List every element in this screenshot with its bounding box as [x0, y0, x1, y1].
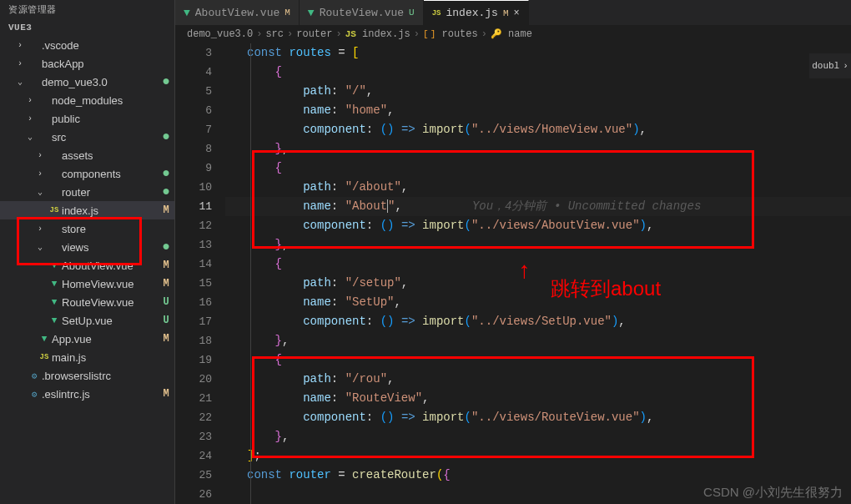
chevron-right-icon: ›: [256, 28, 262, 40]
line-number: 16: [175, 293, 212, 312]
js-icon: JS: [37, 353, 52, 361]
code-line[interactable]: },: [225, 139, 851, 159]
tree-item-demo_vue3-0[interactable]: ⌄demo_vue3.0●: [0, 73, 174, 91]
untracked-badge: U: [158, 296, 174, 308]
tree-item-store[interactable]: ›store: [0, 219, 174, 238]
chevron-right-icon: ›: [414, 28, 420, 40]
untracked-badge: U: [409, 8, 415, 18]
tree-item-node_modules[interactable]: ›node_modules: [0, 91, 174, 109]
code-line[interactable]: {: [225, 63, 851, 82]
tree-label: RouteView.vue: [62, 296, 158, 309]
code-line[interactable]: ];: [225, 446, 851, 466]
code-line[interactable]: component: () => import("../views/RouteV…: [225, 408, 851, 427]
main-area: ▼AboutView.vueM▼RouteView.vueUJSindex.js…: [175, 0, 851, 504]
tree-item-main-js[interactable]: JSmain.js: [0, 348, 174, 366]
tree-item-src[interactable]: ⌄src●: [0, 128, 174, 146]
chevron-right-icon: ›: [335, 28, 341, 40]
tree-label: App.vue: [52, 333, 158, 345]
tab-index-js[interactable]: JSindex.jsM×: [424, 0, 529, 25]
code-line[interactable]: name: "SetUp",: [225, 293, 851, 312]
code-line[interactable]: path: "/about",: [225, 178, 851, 197]
tree-item-HomeView-vue[interactable]: ▼HomeView.vueM: [0, 275, 174, 293]
line-number: 15: [175, 274, 212, 293]
chevron-icon: ›: [33, 224, 47, 234]
tab-RouteView-vue[interactable]: ▼RouteView.vueU: [300, 0, 424, 25]
tab-AboutView-vue[interactable]: ▼AboutView.vueM: [175, 0, 300, 25]
chevron-icon: ›: [23, 114, 37, 123]
code-line[interactable]: {: [225, 255, 851, 274]
tree-item-components[interactable]: ›components●: [0, 164, 174, 183]
line-number: 17: [175, 312, 212, 331]
key-icon: 🔑: [491, 29, 502, 39]
line-number: 24: [175, 446, 212, 466]
breadcrumb-item[interactable]: JS index.js: [345, 28, 410, 40]
tree-label: demo_vue3.0: [42, 76, 158, 88]
tree-item-SetUp-vue[interactable]: ▼SetUp.vueU: [0, 311, 174, 330]
code-content[interactable]: const routes = [ { path: "/", name: "hom…: [225, 43, 851, 504]
code-line[interactable]: const routes = [: [225, 43, 851, 63]
breadcrumb-item[interactable]: [ ] routes: [423, 28, 478, 40]
tree-label: .browserslistrc: [42, 370, 158, 382]
modified-badge: M: [158, 278, 174, 290]
tree-item-router[interactable]: ⌄router●: [0, 183, 174, 201]
code-line[interactable]: component: () => import("../views/HomeVi…: [225, 120, 851, 139]
line-number: 18: [175, 331, 212, 350]
tree-item--browserslistrc[interactable]: ⚙.browserslistrc: [0, 366, 174, 385]
tree-label: public: [52, 113, 158, 125]
code-line[interactable]: },: [225, 235, 851, 255]
modified-dot-icon: ●: [158, 185, 174, 199]
line-number: 3: [175, 43, 212, 63]
modified-dot-icon: ●: [158, 167, 174, 180]
code-line[interactable]: {: [225, 159, 851, 178]
code-line[interactable]: component: () => import("../views/SetUp.…: [225, 312, 851, 331]
line-number: 5: [175, 82, 212, 101]
vue-icon: ▼: [47, 279, 62, 289]
breadcrumb-item[interactable]: demo_vue3.0: [187, 28, 253, 40]
tree-item-assets[interactable]: ›assets: [0, 146, 174, 164]
tree-label: .eslintrc.js: [42, 388, 158, 401]
code-line[interactable]: const router = createRouter({: [225, 466, 851, 485]
breadcrumb-item[interactable]: 🔑 name: [491, 28, 532, 40]
code-line[interactable]: path: "/rou",: [225, 370, 851, 389]
code-line[interactable]: name: "About", You，4分钟前 • Uncommitted ch…: [225, 197, 851, 216]
tree-item-backApp[interactable]: ›backApp: [0, 54, 174, 73]
array-icon: [ ]: [423, 29, 436, 39]
code-line[interactable]: path: "/",: [225, 82, 851, 101]
tree-item--vscode[interactable]: ›.vscode: [0, 36, 174, 54]
code-line[interactable]: path: "/setup",: [225, 274, 851, 293]
line-number: 4: [175, 63, 212, 82]
breadcrumb-item[interactable]: router: [296, 28, 332, 40]
tree-item-public[interactable]: ›public: [0, 109, 174, 128]
tree-label: router: [62, 186, 158, 199]
tree-item-RouteView-vue[interactable]: ▼RouteView.vueU: [0, 293, 174, 311]
tab-label: AboutView.vue: [195, 7, 279, 19]
tree-item--eslintrc-js[interactable]: ⚙.eslintrc.jsM: [0, 385, 174, 403]
editor[interactable]: 3456789101112131415161718192021222324252…: [175, 43, 851, 504]
line-gutter: 3456789101112131415161718192021222324252…: [175, 43, 225, 504]
code-line[interactable]: component: () => import("../views/AboutV…: [225, 216, 851, 235]
code-line[interactable]: name: "home",: [225, 101, 851, 120]
tree-item-index-js[interactable]: JSindex.jsM: [0, 201, 174, 219]
code-line[interactable]: },: [225, 427, 851, 446]
tree-label: node_modules: [52, 94, 158, 107]
line-number: 10: [175, 178, 212, 197]
code-line[interactable]: {: [225, 350, 851, 370]
breadcrumb[interactable]: demo_vue3.0›src›router›JS index.js›[ ] r…: [175, 25, 851, 43]
close-icon[interactable]: ×: [514, 8, 520, 19]
line-number: 6: [175, 101, 212, 120]
tree-label: HomeView.vue: [62, 278, 158, 290]
tree-item-views[interactable]: ⌄views●: [0, 238, 174, 256]
vue-icon: ▼: [47, 297, 62, 307]
tree-item-App-vue[interactable]: ▼App.vueM: [0, 330, 174, 348]
code-line[interactable]: },: [225, 331, 851, 350]
line-number: 11: [175, 197, 212, 216]
tree-label: backApp: [42, 58, 158, 70]
line-number: 8: [175, 139, 212, 159]
js-icon: JS: [432, 9, 441, 18]
breadcrumb-item[interactable]: src: [265, 28, 284, 40]
tree-label: assets: [62, 149, 158, 162]
chevron-right-icon: ›: [287, 28, 293, 40]
code-line[interactable]: name: "RouteView",: [225, 389, 851, 408]
line-number: 26: [175, 485, 212, 504]
tree-item-AboutView-vue[interactable]: ▼AboutView.vueM: [0, 256, 174, 275]
